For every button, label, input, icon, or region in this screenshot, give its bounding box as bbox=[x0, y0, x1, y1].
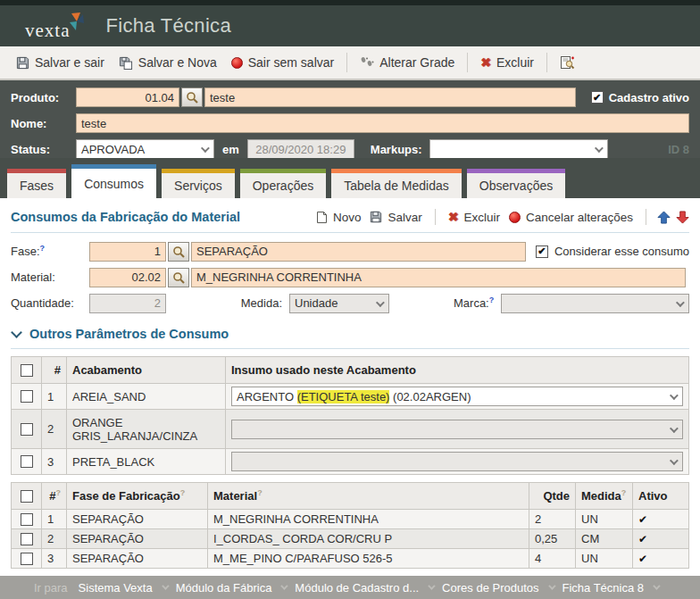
material-search-button[interactable] bbox=[168, 268, 189, 287]
nome-row: Nome: bbox=[11, 112, 689, 135]
salvar-button[interactable]: Salvar bbox=[368, 209, 423, 226]
collapse-chevron-icon bbox=[11, 327, 22, 338]
exit-without-save-button[interactable]: Sair sem salvar bbox=[224, 52, 341, 73]
footer-item-sistema-vexta[interactable]: Sistema Vexta bbox=[79, 581, 153, 595]
fase-code-input[interactable] bbox=[89, 242, 166, 262]
markups-select[interactable] bbox=[429, 139, 608, 159]
considerar-consumo-checkbox[interactable] bbox=[536, 245, 548, 258]
row-checkbox[interactable] bbox=[21, 513, 33, 526]
material-header: Material? bbox=[208, 483, 529, 510]
tab-label: Tabela de Medidas bbox=[344, 179, 449, 193]
toolbar-separator bbox=[467, 53, 468, 72]
ir-para-label: Ir para bbox=[34, 581, 68, 595]
preview-search-button[interactable] bbox=[553, 52, 582, 73]
toolbar-separator bbox=[346, 53, 347, 72]
table-row[interactable]: 3 SEPARAÇÃO M_ME_PINO C/PARAFUSO 526-5 4… bbox=[12, 549, 689, 569]
fase-name-input[interactable] bbox=[191, 242, 526, 262]
save-and-new-button[interactable]: Salvar e Nova bbox=[112, 52, 224, 73]
novo-button[interactable]: Novo bbox=[314, 209, 363, 226]
material-code-input[interactable] bbox=[89, 268, 166, 287]
row-number: 3 bbox=[42, 549, 67, 569]
help-mark: ? bbox=[40, 244, 46, 253]
exit-without-save-label: Sair sem salvar bbox=[248, 55, 334, 70]
chevron-down-icon bbox=[653, 582, 660, 589]
delete-label: Excluir bbox=[496, 55, 534, 70]
table-row[interactable]: 1 SEPARAÇÃO M_NEGRINHA CORRENTINHA 2 UN … bbox=[12, 510, 689, 529]
table-row[interactable]: 2 ORANGE GRIS_LARANJA/CINZA bbox=[12, 410, 689, 449]
outros-section-header[interactable]: Outros Parâmetros de Consumo bbox=[11, 323, 689, 345]
check-icon: ✔ bbox=[638, 553, 647, 565]
footer-item-modulo-de-cadastro[interactable]: Módulo de Cadastro d... bbox=[295, 581, 419, 595]
row-number: 2 bbox=[42, 529, 67, 549]
page-title: Ficha Técnica bbox=[105, 14, 230, 37]
tab-label: Operações bbox=[253, 179, 313, 193]
chevron-down-icon bbox=[162, 582, 169, 589]
row-checkbox[interactable] bbox=[21, 553, 33, 565]
row-checkbox[interactable] bbox=[21, 533, 33, 545]
tab-consumos[interactable]: Consumos bbox=[71, 164, 156, 198]
select-all-checkbox[interactable] bbox=[21, 364, 33, 377]
save-and-new-label: Salvar e Nova bbox=[138, 55, 217, 70]
insumo-header: Insumo usado neste Acabamento bbox=[226, 357, 689, 384]
move-down-button[interactable] bbox=[676, 211, 689, 224]
magnifier-icon bbox=[172, 245, 185, 258]
floppy-new-icon bbox=[119, 56, 133, 70]
main-toolbar: Salvar e sair Salvar e Nova Sair sem sal… bbox=[0, 46, 700, 80]
vexta-logo-text: vexta bbox=[25, 21, 70, 40]
table-row[interactable]: 1 AREIA_SAND ARGENTO (ETIQUETA teste) (0… bbox=[12, 384, 689, 410]
produto-name-input[interactable] bbox=[204, 87, 576, 107]
quantidade-input[interactable] bbox=[89, 294, 166, 313]
medida-cell: CM bbox=[576, 529, 633, 549]
footer-item-ficha-tecnica[interactable]: Ficha Técnica 8 bbox=[562, 581, 645, 595]
row-checkbox[interactable] bbox=[21, 455, 33, 468]
chevron-down-icon bbox=[676, 298, 685, 307]
tab-label: Serviços bbox=[174, 179, 222, 193]
qtde-cell: 4 bbox=[529, 549, 576, 569]
tab-observacoes[interactable]: Observações bbox=[467, 169, 565, 198]
select-all-checkbox[interactable] bbox=[21, 490, 33, 503]
footer-item-modulo-da-fabrica[interactable]: Módulo da Fábrica bbox=[176, 581, 272, 595]
chevron-down-icon bbox=[201, 144, 210, 153]
chevron-down-icon bbox=[376, 298, 385, 307]
save-and-exit-button[interactable]: Salvar e sair bbox=[9, 52, 112, 73]
chevron-down-icon bbox=[670, 424, 679, 433]
ativo-header: Ativo bbox=[633, 483, 689, 510]
status-select[interactable]: APROVADA bbox=[76, 139, 214, 159]
medida-select[interactable]: Unidade bbox=[289, 294, 389, 313]
floppy-disk-icon bbox=[16, 56, 29, 70]
marca-label: Marca:? bbox=[454, 295, 494, 310]
markups-label: Markups: bbox=[371, 143, 422, 156]
tab-tabela-de-medidas[interactable]: Tabela de Medidas bbox=[331, 169, 462, 198]
help-mark: ? bbox=[489, 295, 495, 304]
insumo-select[interactable] bbox=[231, 420, 683, 439]
fase-cell: SEPARAÇÃO bbox=[67, 549, 208, 569]
alter-grade-button[interactable]: Alterar Grade bbox=[353, 52, 462, 73]
marca-select[interactable] bbox=[501, 294, 689, 313]
cadastro-ativo-checkbox[interactable] bbox=[591, 91, 604, 104]
cancelar-alteracoes-button[interactable]: Cancelar alterações bbox=[507, 209, 635, 226]
fase-search-button[interactable] bbox=[168, 242, 189, 262]
row-checkbox[interactable] bbox=[21, 423, 33, 436]
table-row[interactable]: 3 PRETA_BLACK bbox=[12, 449, 689, 475]
table-row[interactable]: 2 SEPARAÇÃO I_CORDAS_ CORDA COR/CRU P 0,… bbox=[12, 529, 689, 549]
excluir-consumo-button[interactable]: ✖ Excluir bbox=[446, 208, 502, 226]
insumo-select[interactable]: ARGENTO (ETIQUETA teste) (02.02ARGEN) bbox=[231, 387, 683, 406]
nome-input[interactable] bbox=[76, 113, 689, 133]
footer-item-cores-de-produtos[interactable]: Cores de Produtos bbox=[442, 581, 538, 595]
tab-servicos[interactable]: Serviços bbox=[162, 169, 235, 198]
quantidade-label: Quantidade: bbox=[11, 296, 89, 310]
delete-button[interactable]: ✖ Excluir bbox=[473, 52, 541, 73]
highlighted-text: (ETIQUETA teste) bbox=[297, 390, 390, 403]
tab-fases[interactable]: Fases bbox=[7, 169, 66, 198]
produto-search-button[interactable] bbox=[181, 87, 203, 107]
nome-label: Nome: bbox=[11, 117, 76, 130]
fase-fabricacao-header: Fase de Fabricação? bbox=[67, 483, 208, 510]
row-checkbox[interactable] bbox=[21, 390, 33, 403]
move-up-button[interactable] bbox=[657, 211, 671, 224]
tab-operacoes[interactable]: Operações bbox=[240, 169, 326, 198]
insumo-select[interactable] bbox=[231, 452, 683, 471]
produto-code-input[interactable] bbox=[76, 87, 179, 107]
material-name-input[interactable] bbox=[191, 268, 686, 287]
medida-cell: UN bbox=[576, 510, 633, 529]
tracks-icon bbox=[360, 56, 374, 69]
